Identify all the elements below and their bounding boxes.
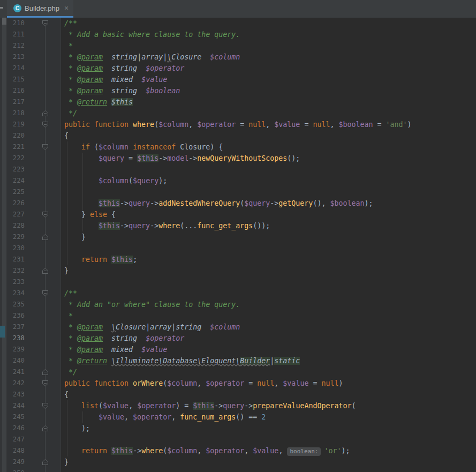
code-text: /**: [64, 18, 77, 29]
code-line[interactable]: 230: [7, 243, 476, 254]
code-line[interactable]: 241 */: [7, 366, 476, 378]
line-number: 219: [7, 119, 25, 130]
code-line[interactable]: 238 * @param string $operator: [7, 333, 476, 344]
code-line[interactable]: 223: [7, 164, 476, 175]
code-text: public function orWhere($column, $operat…: [64, 378, 343, 389]
code-line[interactable]: 225: [7, 186, 476, 198]
code-text: }: [64, 456, 69, 468]
line-number: 241: [7, 366, 25, 378]
code-line[interactable]: 250: [7, 468, 476, 472]
code-text: * @return \Illuminate\Database\Eloquent\…: [64, 355, 300, 366]
code-line[interactable]: 220{: [7, 130, 476, 141]
code-lines: 210/**211 * Add a basic where clause to …: [7, 18, 476, 472]
fold-collapse-icon[interactable]: [42, 212, 48, 218]
fold-end-icon[interactable]: [42, 425, 48, 431]
line-number: 210: [7, 18, 25, 29]
line-number: 233: [7, 276, 25, 288]
line-number: 237: [7, 321, 25, 333]
line-number: 227: [7, 209, 25, 220]
line-number: 213: [7, 51, 25, 63]
code-line[interactable]: 228 $this->query->where(...func_get_args…: [7, 220, 476, 231]
code-line[interactable]: 224 $column($query);: [7, 175, 476, 186]
line-number: 238: [7, 333, 25, 344]
code-text: }: [64, 231, 86, 243]
code-text: * @param string|array|\Closure $column: [64, 51, 240, 63]
code-line[interactable]: 249}: [7, 456, 476, 468]
fold-collapse-icon[interactable]: [42, 144, 48, 150]
code-text: list($value, $operator) = $this->query->…: [64, 400, 356, 411]
fold-end-icon[interactable]: [42, 369, 48, 375]
fold-end-icon[interactable]: [42, 268, 48, 274]
code-line[interactable]: 246 );: [7, 423, 476, 434]
code-text: /**: [64, 288, 77, 299]
code-text: $this->query->where(...func_get_args());: [64, 220, 270, 231]
line-number: 235: [7, 299, 25, 310]
fold-end-icon[interactable]: [42, 459, 48, 465]
fold-collapse-icon[interactable]: [42, 403, 48, 409]
code-line[interactable]: 237 * @param \Closure|array|string $colu…: [7, 321, 476, 333]
code-text: {: [64, 389, 69, 400]
line-number: 218: [7, 108, 25, 119]
code-line[interactable]: 234/**: [7, 288, 476, 299]
code-text: * Add an "or where" clause to the query.: [64, 299, 240, 310]
php-class-icon: C: [13, 4, 21, 12]
code-line[interactable]: 248 return $this->where($column, $operat…: [7, 445, 476, 456]
code-line[interactable]: 244 list($value, $operator) = $this->que…: [7, 400, 476, 411]
line-number: 243: [7, 389, 25, 400]
code-line[interactable]: 247: [7, 434, 476, 445]
line-number: 248: [7, 445, 25, 456]
code-line[interactable]: 215 * @param mixed $value: [7, 74, 476, 85]
line-number: 214: [7, 63, 25, 74]
window-minimize-icon: [0, 7, 3, 9]
tab-title: Builder.php: [25, 4, 59, 12]
code-line[interactable]: 236 *: [7, 310, 476, 321]
code-text: {: [64, 130, 69, 141]
code-text: */: [64, 366, 77, 378]
left-scrollbar-track[interactable]: [2, 18, 6, 472]
code-editor[interactable]: 210/**211 * Add a basic where clause to …: [7, 18, 476, 472]
code-line[interactable]: 217 * @return $this: [7, 96, 476, 108]
fold-collapse-icon[interactable]: [42, 20, 48, 26]
code-line[interactable]: 214 * @param string $operator: [7, 63, 476, 74]
code-line[interactable]: 212 *: [7, 40, 476, 51]
code-line[interactable]: 239 * @param mixed $value: [7, 344, 476, 355]
code-line[interactable]: 227 } else {: [7, 209, 476, 220]
code-line[interactable]: 245 $value, $operator, func_num_args() =…: [7, 411, 476, 423]
code-line[interactable]: 219public function where($column, $opera…: [7, 119, 476, 130]
line-number: 240: [7, 355, 25, 366]
code-line[interactable]: 211 * Add a basic where clause to the qu…: [7, 29, 476, 40]
code-line[interactable]: 226 $this->query->addNestedWhereQuery($q…: [7, 198, 476, 209]
code-line[interactable]: 240 * @return \Illuminate\Database\Eloqu…: [7, 355, 476, 366]
editor-tab-bar: C Builder.php ×: [0, 0, 476, 18]
code-line[interactable]: 216 * @param string $boolean: [7, 85, 476, 96]
line-number: 246: [7, 423, 25, 434]
code-line[interactable]: 242public function orWhere($column, $ope…: [7, 378, 476, 389]
code-text: *: [64, 40, 73, 51]
tab-close-icon[interactable]: ×: [64, 4, 69, 12]
code-line[interactable]: 210/**: [7, 18, 476, 29]
fold-end-icon[interactable]: [42, 234, 48, 240]
code-text: $value, $operator, func_num_args() == 2: [64, 411, 266, 423]
fold-collapse-icon[interactable]: [42, 380, 48, 386]
line-number: 223: [7, 164, 25, 175]
fold-end-icon[interactable]: [42, 110, 48, 116]
code-line[interactable]: 229 }: [7, 231, 476, 243]
code-line[interactable]: 221 if ($column instanceof Closure) {: [7, 141, 476, 153]
line-number: 217: [7, 96, 25, 108]
code-line[interactable]: 222 $query = $this->model->newQueryWitho…: [7, 153, 476, 164]
code-line[interactable]: 231 return $this;: [7, 254, 476, 265]
line-number: 222: [7, 153, 25, 164]
line-number: 245: [7, 411, 25, 423]
code-line[interactable]: 243{: [7, 389, 476, 400]
line-number: 226: [7, 198, 25, 209]
fold-collapse-icon[interactable]: [42, 290, 48, 296]
fold-collapse-icon[interactable]: [42, 122, 48, 128]
code-line[interactable]: 218 */: [7, 108, 476, 119]
tab-builder-php[interactable]: C Builder.php ×: [7, 0, 73, 18]
code-line[interactable]: 233: [7, 276, 476, 288]
code-line[interactable]: 213 * @param string|array|\Closure $colu…: [7, 51, 476, 63]
left-scrollbar-thumb[interactable]: [2, 18, 6, 25]
code-line[interactable]: 235 * Add an "or where" clause to the qu…: [7, 299, 476, 310]
code-line[interactable]: 232}: [7, 265, 476, 276]
code-text: return $this;: [64, 254, 137, 265]
